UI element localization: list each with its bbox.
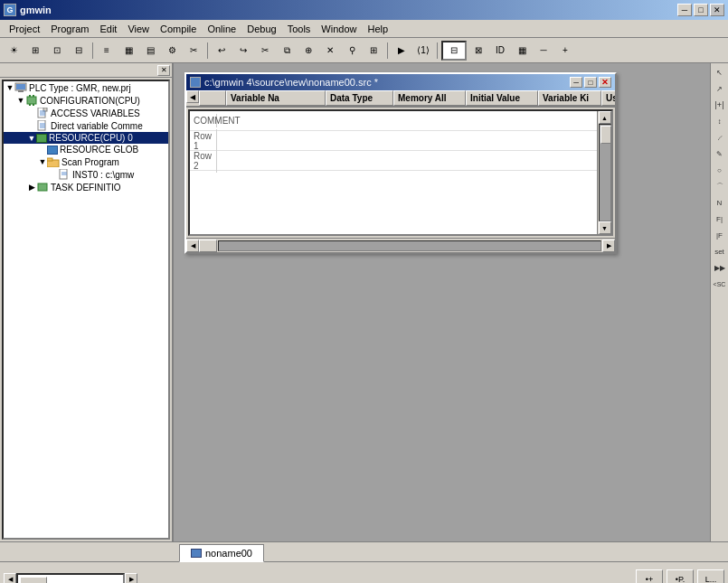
toolbar-btn-21[interactable]: ⊠	[468, 41, 488, 61]
toolbar-btn-5[interactable]: ≡	[97, 41, 117, 61]
left-panel-hscroll-left[interactable]: ◀	[4, 573, 16, 584]
menu-debug[interactable]: Debug	[241, 23, 281, 35]
toolbar-btn-8[interactable]: ⚙	[162, 41, 182, 61]
right-tb-btn-4[interactable]: ↕	[713, 114, 727, 128]
menu-online[interactable]: Online	[202, 23, 241, 35]
toolbar-sep-2	[207, 42, 208, 59]
right-tb-btn-1[interactable]: ↖	[713, 65, 727, 80]
menu-help[interactable]: Help	[362, 23, 393, 35]
right-tb-btn-10[interactable]: F|	[713, 212, 727, 226]
vscroll-bar: ▲ ▼	[597, 111, 611, 234]
toolbar-btn-6[interactable]: ▦	[118, 41, 138, 61]
menu-bar: Project Program Edit View Compile Online…	[0, 20, 728, 38]
right-tb-btn-2[interactable]: ↗	[713, 81, 727, 96]
tree-item-resglob[interactable]: RESOURCE GLOB	[4, 144, 168, 155]
inner-minimize-btn[interactable]: ─	[570, 77, 582, 88]
right-tb-btn-14[interactable]: <SC	[713, 277, 727, 291]
inner-close-btn[interactable]: ✕	[599, 77, 611, 88]
expand-taskdef[interactable]: ▶	[27, 183, 36, 192]
right-tb-btn-13[interactable]: ▶▶	[713, 260, 727, 275]
hscroll-right-btn[interactable]: ▶	[602, 240, 615, 252]
toolbar-btn-3[interactable]: ⊡	[47, 41, 67, 61]
menu-project[interactable]: Project	[4, 23, 45, 35]
menu-tools[interactable]: Tools	[282, 23, 317, 35]
toolbar-btn-1[interactable]: ☀	[4, 41, 24, 61]
toolbar-btn-17[interactable]: ⊞	[364, 41, 383, 61]
toolbar-btn-7[interactable]: ▤	[140, 41, 160, 61]
vscroll-up-btn[interactable]: ▲	[599, 111, 611, 124]
toolbar-btn-24[interactable]: ─	[534, 41, 553, 61]
toolbar-btn-2[interactable]: ⊞	[25, 41, 45, 61]
toolbar-btn-9[interactable]: ✂	[184, 41, 203, 61]
tree-label-resglob: RESOURCE GLOB	[60, 145, 138, 155]
menu-view[interactable]: View	[122, 23, 155, 35]
bottom-btn-p[interactable]: •P.	[667, 569, 694, 584]
tree-item-resource[interactable]: ▼ RESOURCE(CPU) 0	[4, 132, 168, 144]
toolbar-btn-15[interactable]: ✕	[320, 41, 340, 61]
right-tb-btn-6[interactable]: ✎	[713, 146, 727, 161]
toolbar-sep-1	[92, 42, 93, 59]
toolbar-btn-22[interactable]: ID	[490, 41, 510, 61]
toolbar-btn-20[interactable]: ⊟	[441, 41, 467, 61]
tree-item-direct[interactable]: Direct variable Comme	[4, 119, 168, 132]
tree-item-config[interactable]: ▼ CONFIGURATION(CPU)	[4, 94, 168, 107]
menu-program[interactable]: Program	[45, 23, 94, 35]
toolbar-btn-14[interactable]: ⊕	[298, 41, 318, 61]
tree-item-scanprog[interactable]: ▼ Scan Program	[4, 155, 168, 168]
tree-item-access[interactable]: ACCESS VARIABLES	[4, 107, 168, 119]
hscroll-thumb[interactable]	[199, 240, 217, 252]
toolbar-btn-13[interactable]: ⧉	[277, 41, 297, 61]
maximize-button[interactable]: □	[694, 4, 708, 16]
toolbar-btn-19[interactable]: ⟨1⟩	[413, 41, 433, 61]
file-icon-2	[36, 120, 49, 131]
left-panel-hscroll-right[interactable]: ▶	[125, 573, 137, 584]
toolbar-btn-12[interactable]: ✂	[255, 41, 275, 61]
minimize-button[interactable]: ─	[677, 4, 692, 16]
hscroll-left-top-btn[interactable]: ◀	[186, 90, 199, 103]
bottom-tabs-area: noname00	[0, 541, 728, 561]
tree-label-inst0: INST0 : c:\gmw	[72, 170, 134, 180]
tab-icon	[191, 549, 202, 558]
menu-compile[interactable]: Compile	[155, 23, 202, 35]
menu-edit[interactable]: Edit	[94, 23, 122, 35]
tree-label-config: CONFIGURATION(CPU)	[40, 96, 140, 106]
left-panel-close-btn[interactable]: ✕	[157, 65, 170, 76]
task-icon	[36, 182, 49, 193]
bottom-btn-pin[interactable]: •+	[636, 569, 663, 584]
toolbar-btn-11[interactable]: ↪	[233, 41, 253, 61]
bottom-left-controls: ◀ ▶	[0, 562, 141, 583]
tree-label-plc: PLC Type : GMR, new.prj	[29, 83, 131, 93]
inner-maximize-btn[interactable]: □	[584, 77, 597, 88]
right-tb-btn-7[interactable]: ○	[713, 163, 727, 177]
expand-config[interactable]: ▼	[16, 96, 25, 105]
expand-resource[interactable]: ▼	[27, 134, 36, 143]
tabs-row: noname00	[179, 542, 264, 561]
expand-plc[interactable]: ▼	[5, 83, 14, 92]
expand-scanprog[interactable]: ▼	[38, 157, 47, 166]
tab-noname00[interactable]: noname00	[179, 544, 264, 562]
toolbar-btn-10[interactable]: ↩	[212, 41, 232, 61]
toolbar-btn-18[interactable]: ▶	[392, 41, 411, 61]
right-tb-btn-3[interactable]: |+|	[713, 98, 727, 112]
toolbar-btn-23[interactable]: ▦	[512, 41, 532, 61]
tree-item-taskdef[interactable]: ▶ TASK DEFINITIO	[4, 181, 168, 193]
tree-item-plc[interactable]: ▼ PLC Type : GMR, new.prj	[4, 81, 168, 94]
toolbar-btn-25[interactable]: +	[555, 41, 575, 61]
svg-rect-3	[27, 97, 36, 104]
hscroll-left-btn[interactable]: ◀	[186, 240, 199, 252]
right-tb-btn-12[interactable]: set	[713, 244, 727, 259]
right-tb-btn-9[interactable]: N	[713, 195, 727, 210]
bottom-btn-l[interactable]: L...	[697, 569, 724, 584]
menu-window[interactable]: Window	[316, 23, 362, 35]
left-panel-hscroll-thumb[interactable]	[20, 577, 47, 584]
tree-item-inst0[interactable]: INST0 : c:\gmw	[4, 168, 168, 181]
toolbar-btn-16[interactable]: ⚲	[342, 41, 362, 61]
vscroll-thumb[interactable]	[600, 126, 611, 144]
right-tb-btn-8[interactable]: ⌒	[713, 179, 727, 193]
vscroll-down-btn[interactable]: ▼	[599, 221, 611, 234]
tree-label-direct: Direct variable Comme	[51, 121, 143, 131]
toolbar-btn-4[interactable]: ⊟	[69, 41, 89, 61]
close-button[interactable]: ✕	[710, 4, 724, 16]
right-tb-btn-5[interactable]: ⟋	[713, 130, 727, 145]
right-tb-btn-11[interactable]: |F	[713, 228, 727, 242]
